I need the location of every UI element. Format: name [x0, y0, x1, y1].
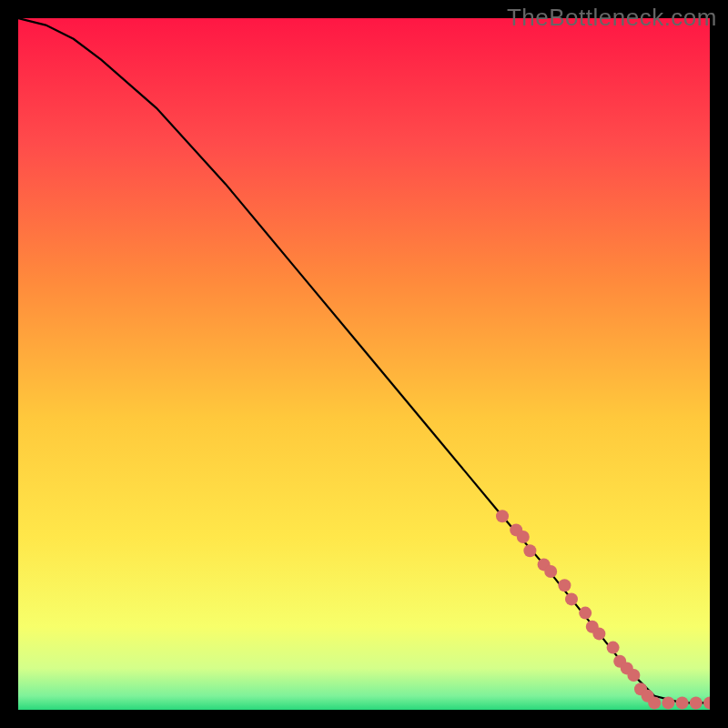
data-point	[558, 579, 571, 592]
data-point	[662, 696, 674, 709]
data-point	[627, 669, 640, 682]
data-point	[565, 592, 578, 605]
data-point	[579, 607, 592, 620]
data-point	[676, 696, 689, 709]
data-point	[648, 696, 661, 709]
data-point	[607, 642, 620, 654]
data-point	[523, 544, 536, 557]
data-point	[690, 696, 703, 709]
data-point	[592, 627, 605, 640]
plot-background	[18, 18, 710, 710]
data-point	[496, 510, 509, 522]
chart-container: TheBottleneck.com	[0, 0, 728, 728]
data-point	[544, 565, 557, 578]
gradient-chart	[18, 18, 710, 710]
watermark-text: TheBottleneck.com	[507, 4, 717, 32]
data-point	[517, 531, 530, 543]
